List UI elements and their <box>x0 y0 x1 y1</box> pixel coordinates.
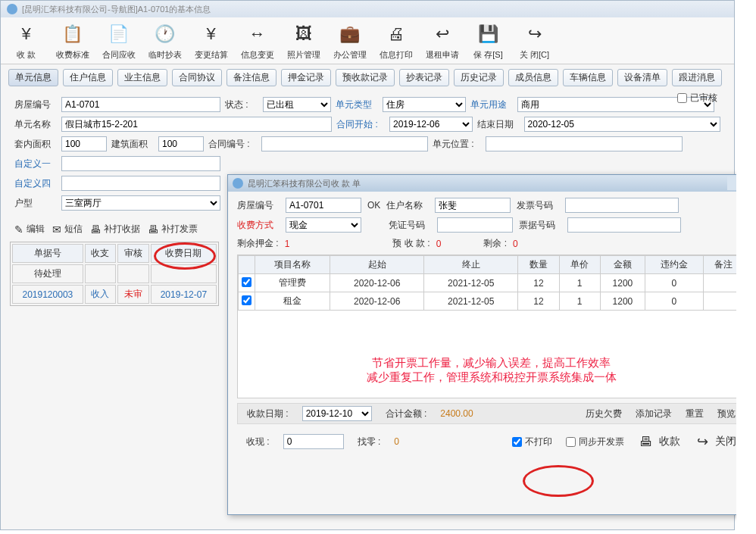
sms-button[interactable]: ✉短信 <box>52 223 83 236</box>
contract-no-input[interactable] <box>261 136 428 151</box>
grid-row[interactable]: 管理费2020-12-062021-12-0512112000 <box>239 274 745 292</box>
pay-button[interactable]: 🖶收款 <box>638 433 680 450</box>
p-invoice-no-input[interactable] <box>565 198 679 213</box>
build-area-input[interactable] <box>158 136 204 151</box>
tab-8[interactable]: 历史记录 <box>454 69 504 86</box>
unit-purpose-label[interactable]: 单元用途 <box>470 98 513 111</box>
p-pay-method-select[interactable]: 现金 <box>286 217 361 233</box>
tab-6[interactable]: 预收款记录 <box>336 69 395 86</box>
house-type-select[interactable]: 三室两厅 <box>61 195 220 211</box>
payment-popup: 昆明汇笨科技有限公司收 款 单 × 房屋编号 OK 住户名称 发票号码 收费方式… <box>227 174 755 515</box>
tab-11[interactable]: 设备清单 <box>617 69 667 86</box>
tab-2[interactable]: 业主信息 <box>117 69 167 86</box>
p-pay-method-label: 收费方式 <box>237 219 280 232</box>
custom1-input[interactable] <box>61 156 220 171</box>
toolbar-item-6[interactable]: 🖼照片管理 <box>283 20 324 61</box>
unit-pos-label: 单元位置 : <box>433 138 481 151</box>
toolbar-label: 临时抄表 <box>144 49 186 61</box>
envelope-icon: ✉ <box>52 223 61 236</box>
tab-4[interactable]: 备注信息 <box>226 69 276 86</box>
tab-5[interactable]: 押金记录 <box>281 69 331 86</box>
tab-1[interactable]: 住户信息 <box>63 69 113 86</box>
p-resident-input[interactable] <box>435 198 511 213</box>
unit-type-label[interactable]: 单元类型 <box>336 98 378 111</box>
history-link[interactable]: 历史欠费 <box>586 408 622 420</box>
tab-9[interactable]: 成员信息 <box>508 69 558 86</box>
change-label: 找零 : <box>358 436 381 448</box>
grid-header: 终止 <box>424 256 518 274</box>
toolbar-item-7[interactable]: 💼办公管理 <box>329 20 370 61</box>
popup-title: 昆明汇笨科技有限公司收 款 单 <box>248 178 361 189</box>
main-toolbar: ¥收 款📋收费标准📄合同应收🕐临时抄表¥变更结算↔信息变更🖼照片管理💼办公管理🖨… <box>1 17 734 64</box>
toolbar-item-9[interactable]: ↩退租申请 <box>421 20 463 61</box>
tab-bar: 单元信息住户信息业主信息合同协议备注信息押金记录预收款记录抄表记录历史记录成员信… <box>1 64 734 91</box>
custom1-label[interactable]: 自定义一 <box>14 158 57 170</box>
toolbar-item-11[interactable]: ↪关 闭[C] <box>514 20 555 61</box>
reviewed-label: 已审核 <box>690 92 717 105</box>
toolbar-icon: 🖼 <box>289 20 319 48</box>
edit-button[interactable]: ✎编辑 <box>14 223 45 236</box>
unit-pos-input[interactable] <box>486 136 683 151</box>
contract-start-select[interactable]: 2019-12-06 <box>389 117 473 132</box>
p-house-code-input[interactable] <box>286 198 361 213</box>
unit-type-select[interactable]: 住房 <box>383 97 466 112</box>
custom4-label[interactable]: 自定义四 <box>14 177 57 190</box>
printer-icon: 🖶 <box>638 433 654 450</box>
grid-row[interactable]: 租金2020-12-062021-12-0512112000 <box>239 292 745 311</box>
end-date-select[interactable]: 2020-12-05 <box>524 117 720 132</box>
no-print-checkbox-wrap[interactable]: 不打印 <box>512 436 552 448</box>
reprint-receipt-button[interactable]: 🖶补打收据 <box>90 223 140 236</box>
unit-name-input[interactable] <box>61 117 332 132</box>
reset-link[interactable]: 重置 <box>686 408 704 420</box>
toolbar-item-3[interactable]: 🕐临时抄表 <box>144 20 186 61</box>
toolbar-item-2[interactable]: 📄合同应收 <box>98 20 139 61</box>
p-voucher-input[interactable] <box>437 217 513 233</box>
suite-area-input[interactable] <box>61 136 107 151</box>
end-date-label: 结束日期 <box>477 118 520 131</box>
sync-invoice-checkbox-wrap[interactable]: 同步开发票 <box>566 436 624 448</box>
table-row[interactable]: 2019120003收入未审2019-12-07 <box>12 285 217 304</box>
toolbar-item-0[interactable]: ¥收 款 <box>5 20 47 61</box>
tab-12[interactable]: 跟进消息 <box>672 69 722 86</box>
remain-label: 剩余 : <box>483 237 507 250</box>
summary-strip: 收款日期 : 2019-12-10 合计金额 : 2400.00 历史欠费 添加… <box>237 403 745 424</box>
grid-header: 单价 <box>559 256 600 274</box>
toolbar-item-1[interactable]: 📋收费标准 <box>52 20 93 61</box>
toolbar-item-5[interactable]: ↔信息变更 <box>236 20 278 61</box>
toolbar-label: 信息打印 <box>375 49 417 61</box>
reviewed-checkbox[interactable] <box>677 93 687 103</box>
ok-button[interactable]: OK <box>367 200 380 211</box>
contract-start-label[interactable]: 合同开始 : <box>336 118 385 131</box>
p-bill-no-input[interactable] <box>567 217 681 233</box>
toolbar-item-10[interactable]: 💾保 存[S] <box>467 20 509 61</box>
p-house-code-label: 房屋编号 <box>237 199 280 212</box>
status-select[interactable]: 已出租 <box>263 97 331 112</box>
close-button[interactable]: ↪关闭 <box>694 433 736 450</box>
toolbar-item-4[interactable]: ¥变更结算 <box>190 20 232 61</box>
received-input[interactable] <box>283 434 344 449</box>
no-print-checkbox[interactable] <box>512 437 522 447</box>
reprint-invoice-button[interactable]: 🖶补打发票 <box>148 223 198 236</box>
prepay-value: 0 <box>436 239 442 249</box>
house-code-input[interactable] <box>61 97 220 112</box>
tab-0[interactable]: 单元信息 <box>8 69 58 86</box>
row-checkbox[interactable] <box>242 295 251 305</box>
p-invoice-no-label: 发票号码 <box>517 199 559 212</box>
toolbar-item-8[interactable]: 🖨信息打印 <box>375 20 417 61</box>
highlight-circle-sync-invoice <box>523 465 594 497</box>
grid-header: 数量 <box>518 256 559 274</box>
tab-10[interactable]: 车辆信息 <box>563 69 613 86</box>
popup-grid: 项目名称起始终止数量单价金额违约金备注 管理费2020-12-062021-12… <box>238 255 745 311</box>
row-checkbox[interactable] <box>242 277 251 287</box>
tab-7[interactable]: 抄表记录 <box>399 69 449 86</box>
toolbar-label: 退租申请 <box>421 49 463 61</box>
tab-3[interactable]: 合同协议 <box>172 69 222 86</box>
pay-date-select[interactable]: 2019-12-10 <box>302 406 372 421</box>
preview-link[interactable]: 预览 <box>717 408 736 420</box>
sync-invoice-checkbox[interactable] <box>566 437 576 447</box>
custom4-input[interactable] <box>61 176 220 191</box>
add-record-link[interactable]: 添加记录 <box>636 408 672 420</box>
reviewed-checkbox-wrap: 已审核 <box>677 92 717 105</box>
exit-icon: ↪ <box>694 433 711 450</box>
remain-value: 0 <box>513 239 518 249</box>
